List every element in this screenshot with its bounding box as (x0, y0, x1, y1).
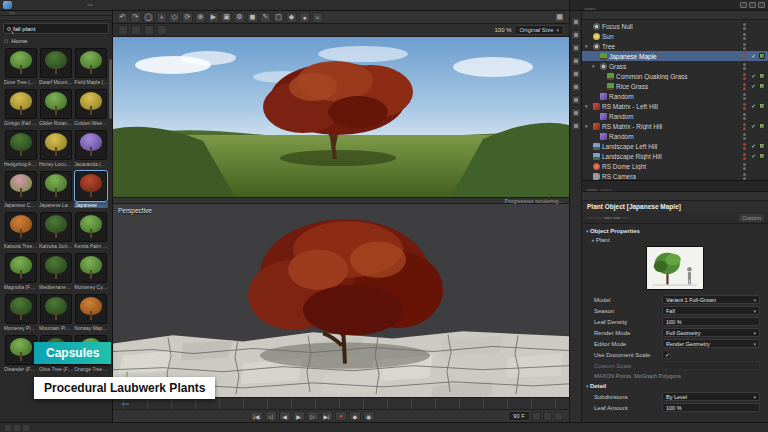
asset-thumbnail[interactable] (75, 171, 107, 201)
asset-thumbnail[interactable] (40, 294, 72, 324)
render-zoom-level[interactable]: 100 % (494, 27, 511, 33)
render-snapshot-icon[interactable] (131, 25, 141, 35)
layout-icon[interactable] (749, 2, 756, 8)
viewport-layout-button[interactable]: ▦ (554, 12, 565, 23)
toolbar-button[interactable]: + (156, 12, 167, 23)
visibility-dots[interactable] (743, 163, 746, 170)
visibility-dots[interactable] (743, 153, 746, 160)
asset-item[interactable]: Kentia Palm (Fall Plant) (75, 212, 108, 249)
field-widget[interactable]: Fall (662, 306, 760, 315)
visibility-dots[interactable] (743, 143, 746, 150)
asset-item[interactable]: Golden Weeping Willow (Fall Plant) (75, 89, 108, 126)
asset-item[interactable]: Norway Maple (Fall Plant) (75, 294, 108, 331)
asset-item[interactable]: Honey Locust 'Sunburst' (Fall Plant) (39, 130, 72, 167)
toolbar-button[interactable]: ◼ (247, 12, 258, 23)
asset-thumbnail[interactable] (75, 212, 107, 242)
material-tag-icon[interactable] (759, 73, 765, 79)
property-tab[interactable] (595, 217, 603, 219)
asset-filter-tab[interactable] (2, 17, 8, 19)
asset-filter-tab[interactable] (9, 17, 15, 19)
field-widget[interactable]: By Level (662, 392, 760, 401)
expand-arrow-icon[interactable] (585, 43, 591, 49)
attribute-menu-item[interactable] (587, 195, 593, 197)
toolbar-button[interactable]: ✎ (260, 12, 271, 23)
asset-thumbnail[interactable] (40, 48, 72, 78)
asset-filter-tab[interactable] (30, 12, 36, 14)
app-logo-icon[interactable] (3, 1, 12, 9)
asset-item[interactable]: Magnolia (Fall Plant) (4, 253, 37, 290)
asset-thumbnail[interactable] (5, 48, 37, 78)
plant-group-label[interactable]: Plant (586, 236, 764, 244)
property-tab[interactable] (586, 217, 594, 219)
attribute-tab[interactable] (600, 189, 612, 191)
attribute-tab[interactable] (586, 189, 598, 191)
transport-button[interactable]: ◁ (265, 411, 277, 421)
toolbar-button[interactable]: ⚙ (234, 12, 245, 23)
visibility-dots[interactable] (743, 173, 746, 180)
end-frame-field[interactable]: 90 F (508, 411, 530, 421)
enabled-check-icon[interactable] (750, 53, 757, 59)
material-tag-icon[interactable] (759, 53, 765, 59)
enabled-check-icon[interactable] (750, 73, 757, 79)
timeline-tick[interactable] (121, 403, 129, 405)
visibility-dots[interactable] (743, 113, 746, 120)
mode-button[interactable] (571, 56, 581, 66)
toolbar-button[interactable]: ▣ (221, 12, 232, 23)
visibility-dots[interactable] (743, 53, 746, 60)
asset-thumbnail[interactable] (75, 48, 107, 78)
mode-button[interactable] (571, 43, 581, 53)
mode-button[interactable] (571, 17, 581, 27)
asset-thumbnail[interactable] (40, 89, 72, 119)
visibility-dots[interactable] (743, 123, 746, 130)
asset-item[interactable]: Kaizuka Juniper (Fall Plant) (39, 212, 72, 249)
breadcrumb-label[interactable]: Home (11, 38, 27, 44)
asset-thumbnail[interactable] (40, 212, 72, 242)
toolbar-button[interactable]: ≈ (312, 12, 323, 23)
toolbar-button[interactable]: ▶ (208, 12, 219, 23)
toolbar-button[interactable]: ◇ (169, 12, 180, 23)
object-row[interactable]: Random (582, 111, 768, 121)
asset-filter-tab[interactable] (2, 12, 8, 14)
enabled-check-icon[interactable] (750, 103, 757, 109)
object-row[interactable]: Random (582, 131, 768, 141)
visibility-dots[interactable] (743, 103, 746, 110)
transport-button[interactable]: ◉ (363, 411, 375, 421)
transport-button[interactable]: ◀ (279, 411, 291, 421)
record-position-icon[interactable] (532, 412, 541, 421)
asset-thumbnail[interactable] (75, 294, 107, 324)
object-row[interactable]: Japanese Maple (582, 51, 768, 61)
perspective-viewport[interactable]: Perspective (113, 204, 569, 397)
material-tag-icon[interactable] (759, 153, 765, 159)
menu-item[interactable] (123, 4, 129, 6)
asset-item[interactable]: Dove Tree (Fall Plant) (4, 48, 37, 85)
transport-button[interactable]: ● (335, 411, 347, 421)
asset-filter-tab[interactable] (37, 12, 43, 14)
object-row[interactable]: Tree (582, 41, 768, 51)
asset-thumbnail[interactable] (75, 130, 107, 160)
mode-button[interactable] (571, 121, 581, 131)
asset-thumbnail[interactable] (5, 335, 37, 365)
asset-thumbnail[interactable] (75, 89, 107, 119)
visibility-dots[interactable] (743, 133, 746, 140)
render-aov-icon[interactable] (144, 25, 154, 35)
object-row[interactable]: Sun (582, 31, 768, 41)
field-widget[interactable]: Render Geometry (662, 339, 760, 348)
property-tab[interactable] (622, 217, 630, 219)
expand-arrow-icon[interactable] (585, 103, 591, 109)
enabled-check-icon[interactable] (750, 143, 757, 149)
object-row[interactable]: RS Matrix - Right Hill (582, 121, 768, 131)
object-row[interactable]: RS Camera (582, 171, 768, 180)
asset-thumbnail[interactable] (40, 130, 72, 160)
asset-item[interactable]: Field Maple (Fall Plant) (75, 48, 108, 85)
asset-filter-tab[interactable] (23, 12, 29, 14)
enabled-check-icon[interactable] (750, 83, 757, 89)
object-row[interactable]: Landscape Right Hill (582, 151, 768, 161)
asset-thumbnail[interactable] (5, 253, 37, 283)
field-widget[interactable]: 100 % (662, 403, 760, 412)
transport-button[interactable]: ▶ (293, 411, 305, 421)
asset-item[interactable]: Japanese Camellia (Fall Plant) (4, 171, 37, 208)
render-region-icon[interactable] (157, 25, 167, 35)
layout-icon[interactable] (758, 2, 765, 8)
render-size-dropdown[interactable]: Original Size (514, 25, 564, 35)
visibility-dots[interactable] (743, 93, 746, 100)
